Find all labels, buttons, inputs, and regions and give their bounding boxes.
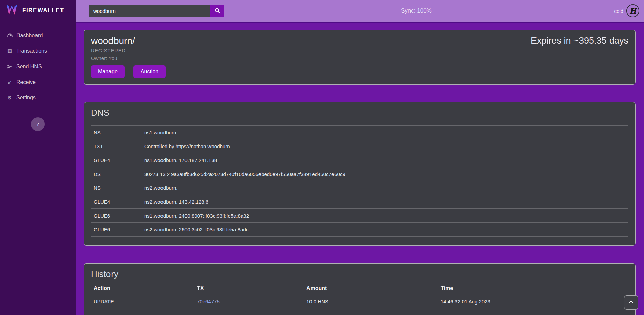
history-action: RENEW (91, 310, 194, 315)
brand[interactable]: FIREWALLET (0, 0, 76, 21)
domain-owner: Owner: You (91, 55, 628, 61)
sidebar-item-label: Receive (16, 79, 36, 85)
history-table: Action TX Amount Time UPDATE 70e64775...… (91, 283, 628, 315)
dns-record-value: ns1.woodburn. 2400:8907::f03c:93ff:fe5a:… (142, 209, 628, 223)
dns-record-type: DS (91, 167, 142, 181)
main-content: woodburn/ Expires in ~395.35 days REGIST… (76, 23, 644, 315)
search-group (89, 5, 224, 17)
app-title: FIREWALLET (22, 7, 64, 14)
domain-status: REGISTERED (91, 48, 628, 53)
col-amount: Amount (304, 283, 438, 294)
scroll-to-top-button[interactable] (624, 295, 638, 310)
dns-record-row: DS 30273 13 2 9a3a8fb3d625d2a2073d740f10… (91, 167, 628, 181)
dns-record-value: ns1.woodburn. (142, 126, 628, 139)
search-icon (214, 7, 220, 15)
search-button[interactable] (210, 5, 224, 17)
dns-record-type: TXT (91, 139, 142, 153)
gauge-icon (6, 33, 13, 39)
chevron-up-icon (628, 299, 634, 306)
sidebar-item-settings[interactable]: ⚙ Settings (0, 90, 76, 106)
receive-arrow-icon: ↙ (6, 79, 13, 85)
dns-card: DNS NS ns1.woodburn. TXT Controlled by h… (84, 102, 636, 246)
domain-card-header: woodburn/ Expires in ~395.35 days (91, 36, 628, 46)
history-amount: 10.0 HNS (304, 294, 438, 310)
history-action: UPDATE (91, 294, 194, 310)
dns-record-value: Controlled by https://nathan.woodburn (142, 139, 628, 153)
dns-record-row: NS ns1.woodburn. (91, 126, 628, 139)
dns-record-value: ns1.woodburn. 170.187.241.138 (142, 153, 628, 167)
domain-actions: Manage Auction (91, 65, 628, 78)
dns-record-type: GLUE6 (91, 223, 142, 237)
history-amount: 10.0 HNS (304, 310, 438, 315)
send-icon (6, 64, 13, 69)
table-icon: ▦ (6, 48, 13, 54)
sidebar-item-label: Dashboard (16, 32, 43, 39)
history-title: History (91, 269, 628, 279)
dns-record-row: NS ns2.woodburn. (91, 181, 628, 195)
tx-link[interactable]: 70e64775... (197, 299, 224, 305)
manage-button[interactable]: Manage (91, 65, 125, 78)
topbar: Sync: 100% cold H (76, 0, 644, 23)
domain-name: woodburn/ (91, 36, 135, 46)
auction-button[interactable]: Auction (133, 65, 166, 78)
dns-record-type: GLUE4 (91, 153, 142, 167)
gear-icon: ⚙ (6, 95, 13, 101)
sidebar-item-receive[interactable]: ↙ Receive (0, 74, 76, 90)
domain-card: woodburn/ Expires in ~395.35 days REGIST… (84, 30, 636, 85)
sync-status: Sync: 100% (401, 0, 432, 22)
dns-record-row: GLUE4 ns1.woodburn. 170.187.241.138 (91, 153, 628, 167)
handshake-logo-icon: H (626, 4, 639, 17)
dns-table: NS ns1.woodburn. TXT Controlled by https… (91, 125, 628, 237)
dns-record-type: NS (91, 181, 142, 195)
dns-record-row: GLUE4 ns2.woodburn. 143.42.128.6 (91, 195, 628, 209)
search-input[interactable] (89, 5, 210, 17)
dns-record-value: ns2.woodburn. 143.42.128.6 (142, 195, 628, 209)
history-time: 15:45:36 07 Feb 2023 (438, 310, 628, 315)
sidebar: FIREWALLET Dashboard ▦ Transactions Send… (0, 0, 76, 315)
dns-record-row: GLUE6 ns2.woodburn. 2600:3c02::f03c:93ff… (91, 223, 628, 237)
sidebar-item-send-hns[interactable]: Send HNS (0, 59, 76, 74)
dns-record-value: 30273 13 2 9a3a8fb3d625d2a2073d740f10da6… (142, 167, 628, 181)
history-time: 14:46:32 01 Aug 2023 (438, 294, 628, 310)
dns-title: DNS (91, 108, 628, 118)
sidebar-item-label: Transactions (16, 48, 47, 54)
col-time: Time (438, 283, 628, 294)
dns-record-row: GLUE6 ns1.woodburn. 2400:8907::f03c:93ff… (91, 209, 628, 223)
history-header-row: Action TX Amount Time (91, 283, 628, 294)
history-row: RENEW 472e3e2... 10.0 HNS 15:45:36 07 Fe… (91, 310, 628, 315)
dns-record-type: GLUE6 (91, 209, 142, 223)
col-action: Action (91, 283, 194, 294)
wallet-mode-label: cold (614, 8, 623, 14)
dns-record-value: ns2.woodburn. (142, 181, 628, 195)
firewallet-logo-icon (5, 3, 19, 18)
chevron-left-icon: ‹ (37, 121, 39, 128)
expiry-text: Expires in ~395.35 days (531, 36, 628, 46)
sidebar-nav: Dashboard ▦ Transactions Send HNS ↙ Rece… (0, 28, 76, 106)
sidebar-collapse-button[interactable]: ‹ (31, 117, 45, 131)
dns-record-type: GLUE4 (91, 195, 142, 209)
history-card: History Action TX Amount Time UPDATE 70e… (84, 263, 636, 315)
col-tx: TX (194, 283, 304, 294)
sidebar-item-dashboard[interactable]: Dashboard (0, 28, 76, 43)
sidebar-item-label: Send HNS (16, 64, 42, 70)
dns-record-value: ns2.woodburn. 2600:3c02::f03c:93ff:fe5a:… (142, 223, 628, 237)
dns-record-type: NS (91, 126, 142, 139)
sidebar-item-transactions[interactable]: ▦ Transactions (0, 43, 76, 59)
history-row: UPDATE 70e64775... 10.0 HNS 14:46:32 01 … (91, 294, 628, 310)
wallet-indicator: cold H (614, 0, 639, 22)
sidebar-item-label: Settings (16, 95, 36, 101)
dns-record-row: TXT Controlled by https://nathan.woodbur… (91, 139, 628, 153)
